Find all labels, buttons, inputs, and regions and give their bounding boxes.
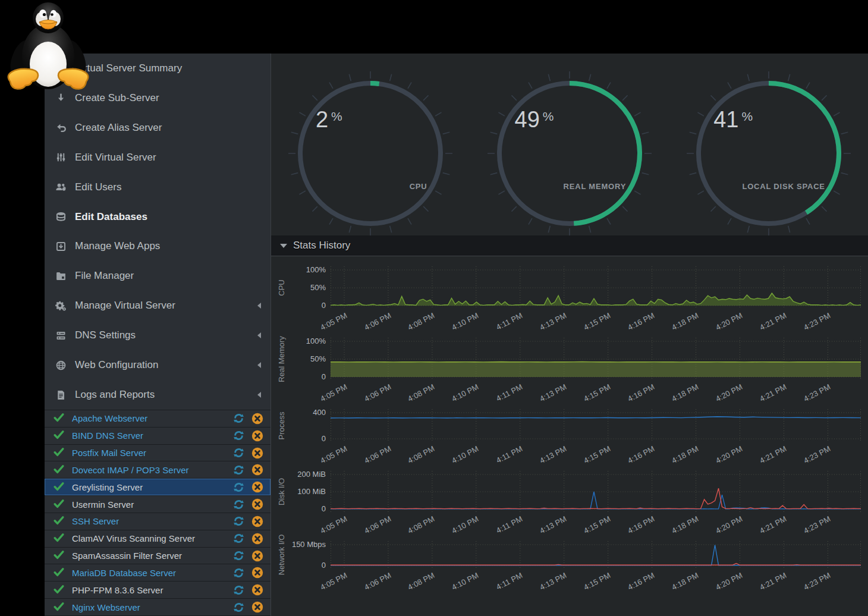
service-name-link[interactable]: ClamAV Virus Scanning Server [72, 533, 226, 543]
restart-service-button[interactable] [232, 464, 245, 476]
ytick-label: 100% [306, 337, 326, 346]
service-row-dovecot-imap-pop3-server[interactable]: Dovecot IMAP / POP3 Server [45, 461, 271, 479]
chart-ytick-column: 100%50%0 [291, 266, 331, 309]
sidebar-item-file-manager[interactable]: File Manager [45, 261, 271, 291]
globe-icon [53, 360, 68, 371]
restart-service-button[interactable] [232, 481, 245, 494]
service-row-postfix-mail-server[interactable]: Postfix Mail Server [45, 445, 271, 462]
stop-service-button[interactable] [251, 498, 263, 510]
restart-service-button[interactable] [232, 515, 245, 527]
gauge-tick [548, 226, 550, 233]
stop-service-button[interactable] [251, 481, 263, 493]
stop-service-button[interactable] [251, 447, 263, 459]
service-row-spamassassin-filter-server[interactable]: SpamAssassin Filter Server [45, 548, 271, 565]
chart-axis-title: CPU [271, 266, 291, 309]
service-row-greylisting-server[interactable]: Greylisting Server [45, 479, 271, 496]
service-name-link[interactable]: PHP-FPM 8.3.6 Server [72, 585, 226, 595]
restart-service-button[interactable] [232, 584, 245, 596]
service-row-clamav-virus-scanning-server[interactable]: ClamAV Virus Scanning Server [45, 530, 271, 548]
time-axis-label: 4:05 PM [319, 382, 348, 403]
stop-service-button[interactable] [251, 601, 263, 613]
stop-service-button[interactable] [251, 516, 263, 527]
sidebar-item-label: File Manager [75, 270, 134, 282]
stop-service-button[interactable] [251, 584, 263, 596]
service-row-apache-webserver[interactable]: Apache Webserver [45, 410, 271, 428]
sidebar-item-manage-virtual-server[interactable]: Manage Virtual Server [45, 291, 271, 320]
time-axis-label: 4:11 PM [495, 514, 524, 535]
stop-service-button[interactable] [251, 550, 263, 562]
check-icon [54, 482, 64, 493]
service-name-link[interactable]: MariaDB Database Server [72, 568, 226, 578]
gauge-local-disk-space: 41 % LOCAL DISK SPACE [685, 70, 852, 237]
restart-service-button[interactable] [232, 601, 245, 614]
gauge-tick [841, 132, 848, 134]
sidebar-item-edit-databases[interactable]: Edit Databases [45, 202, 271, 232]
time-axis-label: 4:06 PM [363, 382, 392, 403]
stop-service-button[interactable] [251, 430, 263, 442]
service-name-link[interactable]: Greylisting Server [72, 482, 226, 492]
stop-service-button[interactable] [251, 464, 263, 476]
time-axis-label: 4:11 PM [495, 382, 524, 403]
restart-service-button[interactable] [232, 447, 245, 459]
gauge-tick [313, 206, 317, 211]
refresh-icon [232, 601, 245, 614]
sidebar-item-edit-virtual-server[interactable]: Edit Virtual Server [45, 143, 271, 172]
service-name-link[interactable]: BIND DNS Server [72, 430, 226, 441]
refresh-icon [232, 412, 245, 425]
sidebar-item-logs-and-reports[interactable]: Logs and Reports [45, 380, 271, 410]
gauge-tick [747, 226, 749, 233]
service-name-link[interactable]: SSH Server [72, 516, 226, 526]
service-name-link[interactable]: Dovecot IMAP / POP3 Server [72, 465, 226, 475]
gauge-tick [589, 226, 591, 233]
time-axis-label: 4:10 PM [451, 514, 480, 535]
sidebar-item-web-configuration[interactable]: Web Configuration [45, 350, 271, 380]
service-name-link[interactable]: Nginx Webserver [72, 602, 226, 612]
ytick-label: 0 [322, 372, 326, 382]
service-row-bind-dns-server[interactable]: BIND DNS Server [45, 428, 271, 445]
time-axis-label: 4:21 PM [758, 311, 788, 332]
stop-service-button[interactable] [251, 533, 263, 545]
service-name-link[interactable]: SpamAssassin Filter Server [72, 551, 226, 561]
check-icon [54, 533, 64, 544]
reply-arrow-icon [53, 122, 68, 133]
time-axis-label: 4:15 PM [583, 382, 612, 403]
check-icon [54, 584, 64, 596]
proc-plot-svg [331, 409, 861, 442]
gauge-tick [423, 95, 428, 100]
gauge-tick [329, 218, 333, 224]
sidebar-item-dns-settings[interactable]: DNS Settings [45, 320, 271, 350]
ytick-label: 0 [322, 434, 326, 444]
service-row-mariadb-database-server[interactable]: MariaDB Database Server [45, 564, 271, 582]
service-row-nginx-webserver[interactable]: Nginx Webserver [45, 599, 271, 616]
restart-service-button[interactable] [232, 498, 245, 511]
stop-service-button[interactable] [251, 413, 263, 425]
gauge-tick [435, 191, 441, 194]
sidebar-item-label: Web Configuration [75, 359, 159, 371]
time-axis-label: 4:18 PM [670, 382, 700, 403]
service-name-link[interactable]: Apache Webserver [72, 413, 226, 423]
service-row-usermin-server[interactable]: Usermin Server [45, 496, 271, 513]
time-axis-label: 4:08 PM [407, 571, 436, 592]
restart-service-button[interactable] [232, 429, 245, 442]
stop-service-button[interactable] [251, 567, 263, 579]
refresh-icon [232, 498, 245, 511]
restart-service-button[interactable] [232, 549, 245, 562]
check-icon [54, 499, 64, 510]
service-name-link[interactable]: Postfix Mail Server [72, 448, 226, 458]
restart-service-button[interactable] [232, 532, 245, 545]
sidebar-item-edit-users[interactable]: Edit Users [45, 172, 271, 202]
restart-service-button[interactable] [232, 412, 245, 425]
sidebar-item-create-alias-server[interactable]: Create Alias Server [45, 113, 271, 143]
sidebar-item-manage-web-apps[interactable]: Manage Web Apps [45, 232, 271, 262]
stats-history-header[interactable]: Stats History [271, 235, 868, 256]
service-row-ssh-server[interactable]: SSH Server [45, 513, 271, 530]
service-row-php-fpm-8-3-6-server[interactable]: PHP-FPM 8.3.6 Server [45, 582, 271, 599]
gauge-tick [788, 74, 790, 81]
gauge-tick [710, 206, 715, 211]
time-axis-label: 4:10 PM [451, 311, 480, 332]
restart-service-button[interactable] [232, 567, 245, 579]
ytick-label: 50% [310, 283, 326, 293]
gauge-tick [747, 74, 749, 81]
gauge-tick [728, 82, 731, 88]
service-name-link[interactable]: Usermin Server [72, 499, 226, 510]
